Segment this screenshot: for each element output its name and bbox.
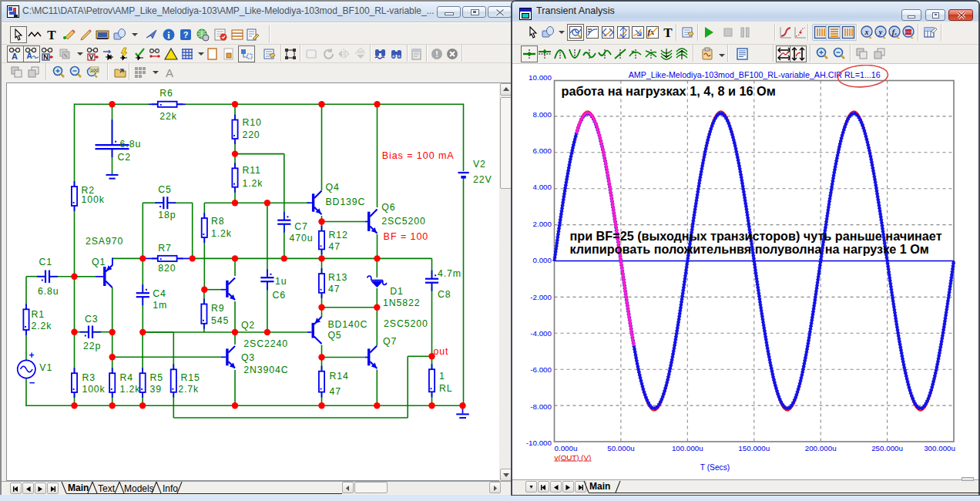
svg-text:V1: V1 bbox=[39, 362, 52, 373]
svg-text:2SC5200: 2SC5200 bbox=[384, 318, 428, 329]
svg-text:при BF=25 (выходных транзистор: при BF=25 (выходных транзисторов) чуть р… bbox=[570, 229, 942, 243]
svg-text:-8.000: -8.000 bbox=[530, 402, 552, 411]
svg-text:820: 820 bbox=[158, 263, 176, 274]
svg-text:R1: R1 bbox=[32, 309, 45, 320]
svg-text:?: ? bbox=[183, 30, 189, 39]
svg-text:C4: C4 bbox=[153, 288, 166, 299]
svg-text:545: 545 bbox=[211, 315, 229, 326]
svg-text:2.000: 2.000 bbox=[532, 220, 552, 228]
svg-text:R3: R3 bbox=[82, 372, 96, 383]
svg-text:8.000: 8.000 bbox=[532, 110, 552, 119]
svg-text:100: 100 bbox=[90, 68, 99, 72]
svg-text:250.000u: 250.000u bbox=[871, 444, 903, 452]
svg-text:-2.000: -2.000 bbox=[530, 293, 552, 301]
svg-text:6.8u: 6.8u bbox=[120, 139, 142, 150]
svg-text:100k: 100k bbox=[82, 194, 105, 205]
svg-text:300.000u: 300.000u bbox=[924, 444, 955, 452]
svg-text:C5: C5 bbox=[158, 184, 172, 195]
svg-text:100k: 100k bbox=[82, 384, 105, 395]
svg-text:C1: C1 bbox=[39, 257, 53, 267]
svg-text:V2: V2 bbox=[473, 159, 486, 170]
svg-text:R13: R13 bbox=[328, 272, 347, 283]
svg-text:D1: D1 bbox=[390, 286, 404, 297]
svg-text:C3: C3 bbox=[85, 314, 99, 324]
svg-text:2SC5200: 2SC5200 bbox=[381, 216, 426, 227]
svg-text:Q6: Q6 bbox=[381, 202, 395, 213]
svg-text:470u: 470u bbox=[290, 233, 314, 244]
svg-text:R8: R8 bbox=[211, 216, 225, 227]
svg-text:−: − bbox=[29, 377, 36, 388]
svg-text:R9: R9 bbox=[211, 303, 225, 314]
svg-text:1u: 1u bbox=[275, 276, 287, 287]
svg-text:Q1: Q1 bbox=[92, 257, 106, 267]
svg-text:N: N bbox=[43, 53, 49, 61]
svg-text:-10.000: -10.000 bbox=[526, 439, 552, 447]
svg-text:Q5: Q5 bbox=[327, 330, 341, 341]
svg-text:работа на нагрузках 1, 4, 8 и: работа на нагрузках 1, 4, 8 и 16 Ом bbox=[562, 84, 776, 98]
svg-text:-6.000: -6.000 bbox=[530, 365, 552, 374]
svg-text:R10: R10 bbox=[242, 117, 261, 128]
svg-text:-4.000: -4.000 bbox=[530, 329, 552, 338]
svg-text:22V: 22V bbox=[473, 174, 492, 185]
svg-text:!: ! bbox=[435, 49, 438, 59]
svg-text:C8: C8 bbox=[438, 289, 451, 300]
svg-text:1.2k: 1.2k bbox=[120, 384, 141, 395]
svg-text:Q4: Q4 bbox=[326, 182, 340, 193]
svg-text:47: 47 bbox=[328, 284, 340, 294]
svg-text:1.2k: 1.2k bbox=[242, 178, 263, 189]
svg-text:Bias = 100 mA: Bias = 100 mA bbox=[382, 150, 455, 161]
svg-text:47: 47 bbox=[329, 386, 341, 397]
svg-text:T: T bbox=[663, 25, 673, 39]
svg-text:out: out bbox=[434, 346, 449, 357]
svg-text:V: V bbox=[89, 53, 93, 61]
svg-text:10.000: 10.000 bbox=[529, 73, 552, 82]
svg-text:Q2: Q2 bbox=[241, 320, 255, 331]
svg-text:RL: RL bbox=[439, 383, 453, 394]
svg-text:22p: 22p bbox=[83, 341, 101, 351]
svg-text:47: 47 bbox=[329, 241, 341, 252]
svg-text:1N5822: 1N5822 bbox=[383, 298, 420, 308]
svg-text:2SC2240: 2SC2240 bbox=[243, 338, 288, 349]
svg-text:Q3: Q3 bbox=[241, 352, 255, 363]
svg-text:клипировать положительнвя полу: клипировать положительнвя полуволна на н… bbox=[570, 242, 929, 256]
svg-text:50.000u: 50.000u bbox=[607, 444, 634, 452]
svg-text:x: x bbox=[864, 28, 869, 36]
svg-text:A: A bbox=[166, 66, 173, 79]
svg-text:220: 220 bbox=[242, 129, 260, 140]
svg-text:R15: R15 bbox=[181, 372, 200, 383]
svg-text:R11: R11 bbox=[242, 165, 260, 176]
svg-text:2SA970: 2SA970 bbox=[86, 236, 123, 247]
svg-text:1: 1 bbox=[439, 371, 445, 382]
svg-text:A: A bbox=[12, 52, 18, 61]
svg-text:R5: R5 bbox=[149, 372, 163, 383]
svg-text:22k: 22k bbox=[159, 111, 177, 122]
svg-text:Q7: Q7 bbox=[383, 336, 397, 347]
svg-text:BD139C: BD139C bbox=[326, 197, 366, 207]
svg-text:0.000u: 0.000u bbox=[555, 444, 578, 452]
svg-text:1m: 1m bbox=[153, 300, 167, 311]
svg-text:2.7k: 2.7k bbox=[178, 384, 199, 395]
svg-text:fₓ: fₓ bbox=[892, 28, 898, 36]
svg-text:C7: C7 bbox=[294, 221, 308, 232]
svg-text:2.2k: 2.2k bbox=[32, 321, 52, 331]
svg-text:A: A bbox=[26, 52, 32, 60]
svg-text:R12: R12 bbox=[329, 230, 348, 240]
svg-text:150.000u: 150.000u bbox=[738, 444, 770, 452]
svg-text:BD140C: BD140C bbox=[327, 319, 368, 330]
svg-text:R7: R7 bbox=[158, 243, 172, 254]
svg-text:BF = 100: BF = 100 bbox=[384, 231, 429, 242]
svg-text:39: 39 bbox=[149, 384, 161, 395]
svg-text:y: y bbox=[878, 28, 883, 36]
svg-text:4.000: 4.000 bbox=[532, 183, 552, 191]
svg-text:4.7m: 4.7m bbox=[438, 268, 461, 279]
svg-text:C2: C2 bbox=[117, 152, 131, 163]
svg-text:2N3904C: 2N3904C bbox=[243, 365, 288, 375]
svg-text:R14: R14 bbox=[329, 371, 348, 382]
svg-text:+: + bbox=[29, 350, 35, 361]
svg-text:T (Secs): T (Secs) bbox=[700, 463, 730, 472]
svg-text:R6: R6 bbox=[159, 88, 173, 99]
svg-text:6.8u: 6.8u bbox=[38, 286, 59, 297]
svg-text:18p: 18p bbox=[158, 210, 176, 220]
svg-text:v(OUT) (V): v(OUT) (V) bbox=[555, 453, 592, 462]
svg-text:200.000u: 200.000u bbox=[805, 444, 837, 452]
